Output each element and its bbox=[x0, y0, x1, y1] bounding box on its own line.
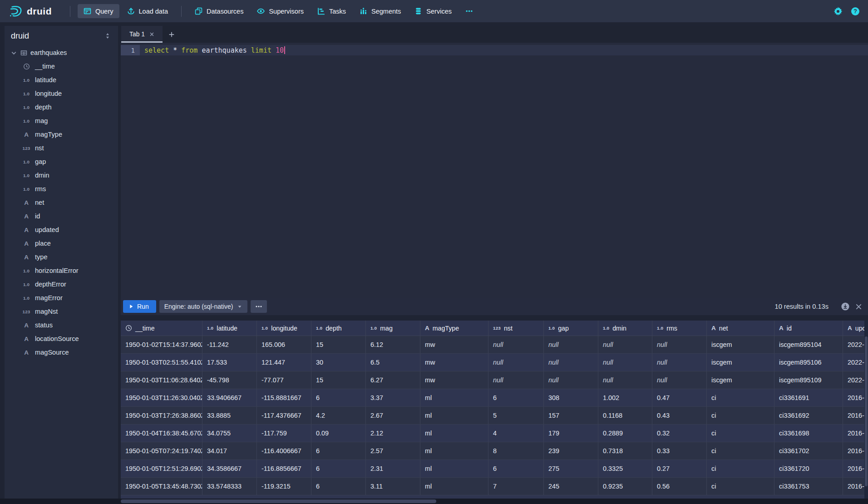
sidebar-column-horizontalError[interactable]: 1.0horizontalError bbox=[5, 264, 118, 277]
cell-updated[interactable]: 2022-0 bbox=[843, 336, 864, 353]
cell-nst[interactable]: 4 bbox=[488, 425, 544, 442]
cell-nst[interactable]: null bbox=[488, 371, 544, 389]
cell-updated[interactable]: 2022-0 bbox=[843, 354, 864, 371]
cell-id[interactable]: ci3361698 bbox=[774, 425, 843, 442]
column-header-updated[interactable]: Aupdated bbox=[843, 321, 864, 336]
cell-rms[interactable]: 0.33 bbox=[652, 442, 707, 460]
column-header-dmin[interactable]: 1.0dmin bbox=[598, 321, 652, 336]
cell-net[interactable]: ci bbox=[707, 442, 774, 460]
cell-nst[interactable]: null bbox=[488, 336, 544, 353]
cell-latitude[interactable]: -45.798 bbox=[202, 371, 257, 389]
horizontal-scrollbar[interactable] bbox=[0, 499, 868, 504]
cell-gap[interactable]: 157 bbox=[544, 407, 598, 424]
cell-updated[interactable]: 2016-0 bbox=[843, 478, 864, 495]
cell-id[interactable]: ci3361692 bbox=[774, 407, 843, 424]
cell-dmin[interactable]: 0.7318 bbox=[598, 442, 652, 460]
cell-id[interactable]: ci3361691 bbox=[774, 389, 843, 406]
cell-longitude[interactable]: -117.759 bbox=[257, 425, 311, 442]
cell-mag[interactable]: 2.12 bbox=[366, 425, 420, 442]
cell-id[interactable]: ci3361702 bbox=[774, 442, 843, 460]
sidebar-column-rms[interactable]: 1.0rms bbox=[5, 182, 118, 196]
cell-net[interactable]: iscgem bbox=[707, 354, 774, 371]
cell-gap[interactable]: null bbox=[544, 354, 598, 371]
cell-gap[interactable]: null bbox=[544, 371, 598, 389]
cell-__time[interactable]: 1950-01-04T16:38:45.670Z bbox=[121, 425, 202, 442]
column-header-mag[interactable]: 1.0mag bbox=[366, 321, 420, 336]
cell-__time[interactable]: 1950-01-03T02:51:55.410Z bbox=[121, 354, 202, 371]
cell-depth[interactable]: 0.09 bbox=[311, 425, 366, 442]
sql-code-line[interactable]: select * from earthquakes limit 10 bbox=[140, 45, 868, 55]
cell-gap[interactable]: 308 bbox=[544, 389, 598, 406]
editor-active-line[interactable]: 1 select * from earthquakes limit 10 bbox=[121, 45, 868, 55]
cell-id[interactable]: iscgem895104 bbox=[774, 336, 843, 353]
cell-longitude[interactable]: -115.8881667 bbox=[257, 389, 311, 406]
cell-longitude[interactable]: -116.4006667 bbox=[257, 442, 311, 460]
cell-gap[interactable]: null bbox=[544, 336, 598, 353]
column-header-__time[interactable]: __time bbox=[121, 321, 202, 336]
cell-latitude[interactable]: 34.017 bbox=[202, 442, 257, 460]
cell-net[interactable]: ci bbox=[707, 389, 774, 406]
nav-item-tasks[interactable]: Tasks bbox=[311, 4, 352, 18]
sidebar-column-magNst[interactable]: 123magNst bbox=[5, 305, 118, 318]
cell-net[interactable]: ci bbox=[707, 460, 774, 477]
sidebar-column-updated[interactable]: Aupdated bbox=[5, 223, 118, 237]
column-header-rms[interactable]: 1.0rms bbox=[652, 321, 707, 336]
nav-item-segments[interactable]: Segments bbox=[354, 4, 407, 18]
cell-latitude[interactable]: -11.242 bbox=[202, 336, 257, 353]
cell-longitude[interactable]: -77.077 bbox=[257, 371, 311, 389]
sidebar-column-longitude[interactable]: 1.0longitude bbox=[5, 87, 118, 100]
druid-logo[interactable]: druid bbox=[9, 5, 52, 18]
cell-magType[interactable]: ml bbox=[420, 442, 488, 460]
cell-rms[interactable]: 0.43 bbox=[652, 407, 707, 424]
cell-latitude[interactable]: 34.3586667 bbox=[202, 460, 257, 477]
close-results-button[interactable] bbox=[854, 302, 863, 311]
cell-nst[interactable]: null bbox=[488, 354, 544, 371]
column-header-longitude[interactable]: 1.0longitude bbox=[257, 321, 311, 336]
cell-longitude[interactable]: -119.3215 bbox=[257, 478, 311, 495]
cell-longitude[interactable]: -116.8856667 bbox=[257, 460, 311, 477]
vertical-scrollbar[interactable] bbox=[864, 321, 868, 499]
sidebar-column-magSource[interactable]: AmagSource bbox=[5, 346, 118, 359]
cell-magType[interactable]: ml bbox=[420, 425, 488, 442]
cell-mag[interactable]: 6.12 bbox=[366, 336, 420, 353]
sidebar-column-magType[interactable]: AmagType bbox=[5, 128, 118, 141]
schema-selector[interactable]: druid bbox=[5, 26, 118, 46]
cell-mag[interactable]: 6.5 bbox=[366, 354, 420, 371]
sidebar-column-type[interactable]: Atype bbox=[5, 250, 118, 264]
cell-depth[interactable]: 30 bbox=[311, 354, 366, 371]
nav-item-datasources[interactable]: Datasources bbox=[189, 4, 249, 18]
cell-gap[interactable]: 179 bbox=[544, 425, 598, 442]
column-header-id[interactable]: Aid bbox=[774, 321, 843, 336]
cell-mag[interactable]: 2.31 bbox=[366, 460, 420, 477]
column-header-latitude[interactable]: 1.0latitude bbox=[202, 321, 257, 336]
cell-dmin[interactable]: 0.2889 bbox=[598, 425, 652, 442]
cell-rms[interactable]: null bbox=[652, 354, 707, 371]
cell-__time[interactable]: 1950-01-03T17:26:38.860Z bbox=[121, 407, 202, 424]
cell-nst[interactable]: 8 bbox=[488, 442, 544, 460]
cell-rms[interactable]: 0.47 bbox=[652, 389, 707, 406]
cell-updated[interactable]: 2016-0 bbox=[843, 425, 864, 442]
cell-dmin[interactable]: null bbox=[598, 371, 652, 389]
run-button[interactable]: Run bbox=[123, 300, 156, 313]
new-tab-button[interactable] bbox=[163, 26, 181, 43]
cell-magType[interactable]: ml bbox=[420, 389, 488, 406]
cell-rms[interactable]: null bbox=[652, 371, 707, 389]
vertical-scrollbar-thumb[interactable] bbox=[865, 336, 868, 486]
cell-gap[interactable]: 245 bbox=[544, 478, 598, 495]
cell-dmin[interactable]: 0.1168 bbox=[598, 407, 652, 424]
cell-depth[interactable]: 6 bbox=[311, 460, 366, 477]
sidebar-column-nst[interactable]: 123nst bbox=[5, 141, 118, 155]
cell-longitude[interactable]: 121.447 bbox=[257, 354, 311, 371]
cell-latitude[interactable]: 33.8885 bbox=[202, 407, 257, 424]
cell-updated[interactable]: 2016-0 bbox=[843, 442, 864, 460]
nav-item-load-data[interactable]: Load data bbox=[121, 4, 174, 18]
column-header-net[interactable]: Anet bbox=[707, 321, 774, 336]
cell-updated[interactable]: 2016-0 bbox=[843, 389, 864, 406]
cell-__time[interactable]: 1950-01-03T11:26:30.040Z bbox=[121, 389, 202, 406]
sidebar-column-gap[interactable]: 1.0gap bbox=[5, 155, 118, 168]
sidebar-column-magError[interactable]: 1.0magError bbox=[5, 291, 118, 305]
column-header-nst[interactable]: 123nst bbox=[488, 321, 544, 336]
cell-net[interactable]: iscgem bbox=[707, 371, 774, 389]
cell-__time[interactable]: 1950-01-05T13:45:48.730Z bbox=[121, 478, 202, 495]
cell-magType[interactable]: ml bbox=[420, 460, 488, 477]
